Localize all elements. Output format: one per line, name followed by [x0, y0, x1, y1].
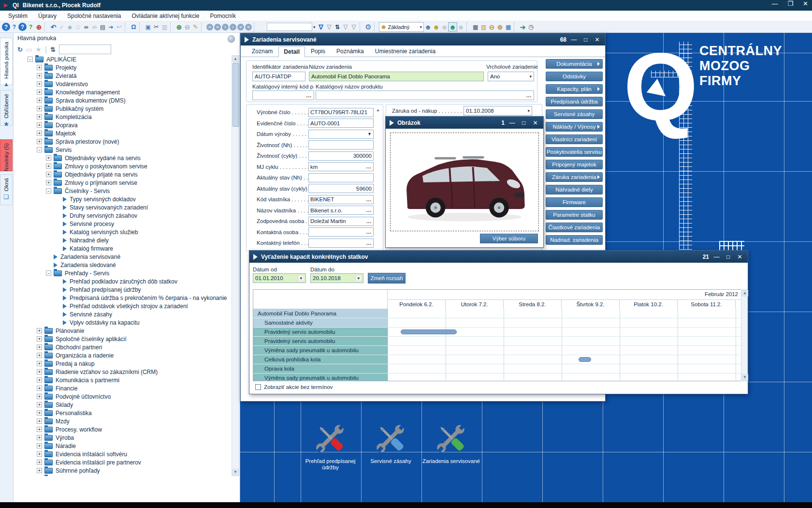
quick-filter-combo[interactable]: [259, 23, 317, 31]
tree-item[interactable]: Projekty: [14, 63, 230, 72]
gantt-row[interactable]: Samostatné aktivity: [253, 318, 741, 328]
tree-item[interactable]: Doprava: [14, 121, 230, 129]
tree-expander[interactable]: [37, 410, 42, 416]
notifications-bell-icon[interactable]: Ω: [130, 23, 138, 31]
field-input[interactable]: Doležal Martin ... ▼: [308, 217, 374, 226]
desktop-shortcut[interactable]: Servisné zásahy: [361, 422, 420, 464]
tree-item[interactable]: Prehľad podkladov záručných dôb statkov: [14, 277, 230, 285]
tree-item[interactable]: Súhrnné pohľady: [14, 466, 230, 475]
filter-icon[interactable]: ∇: [317, 23, 325, 31]
search-binoculars-icon[interactable]: ∞: [82, 23, 90, 31]
copy-icon[interactable]: ▣: [144, 23, 152, 31]
app-close-icon[interactable]: ✕: [803, 0, 808, 7]
scrollbar-thumb[interactable]: [232, 63, 239, 127]
paste-icon[interactable]: ▥: [160, 23, 169, 31]
scroll-up-icon[interactable]: ▲: [232, 56, 239, 62]
field-input[interactable]: 300000 ... ▼: [308, 151, 374, 161]
maximize-icon[interactable]: □: [520, 120, 528, 126]
side-button[interactable]: Servisné zásahy: [546, 109, 603, 119]
side-button[interactable]: Odstávky: [546, 72, 603, 81]
tree-expander[interactable]: [37, 90, 42, 95]
checkbox[interactable]: [255, 384, 261, 390]
add-record-icon[interactable]: ⊕: [175, 23, 183, 31]
tree-expander[interactable]: [37, 106, 42, 111]
tree-expander[interactable]: [46, 270, 51, 276]
support-lifebuoy-icon[interactable]: ⊕: [35, 23, 43, 31]
lookup-dots-icon[interactable]: ...: [306, 93, 312, 98]
warranty-date-select[interactable]: 01.10.2008: [464, 106, 532, 116]
tree-item[interactable]: Evidencia inštalácií softvéru: [14, 450, 230, 458]
context-help-icon[interactable]: ?: [10, 23, 18, 31]
replace-icon[interactable]: ab: [90, 23, 99, 31]
diamond-icon[interactable]: ◆: [66, 23, 74, 31]
tree-item[interactable]: Vodárenstvo: [14, 80, 230, 88]
field-input[interactable]: ... ▼: [308, 130, 374, 139]
tree-item[interactable]: Predpísaná údržba s prekročením % čerpan…: [14, 294, 230, 302]
fields-scroll-up-icon[interactable]: ▲: [376, 108, 380, 112]
tree-expander[interactable]: [37, 435, 42, 440]
scroll-up-icon[interactable]: ▲: [741, 290, 748, 297]
tree-item[interactable]: Manažérske prehľady (SF): [14, 475, 230, 476]
tree-item[interactable]: Servis: [14, 146, 230, 154]
gantt-row[interactable]: Výměna sady pneumatik u automobilu: [253, 374, 741, 381]
field-input[interactable]: AUTO-0001 ... ▼: [308, 119, 374, 128]
tree-expander[interactable]: [37, 65, 42, 70]
tree-expander[interactable]: [46, 188, 51, 194]
tree-item[interactable]: Organizácia a riadenie: [14, 351, 230, 359]
tree-item[interactable]: Zmluvy o poskytovanom servise: [14, 162, 230, 170]
app-minimize-icon[interactable]: —: [771, 0, 778, 7]
sort-az-icon[interactable]: ⇅: [334, 23, 342, 31]
gantt-row[interactable]: Pravidelný servis automobilu: [253, 328, 741, 337]
date-to-select[interactable]: 20.10.2018: [310, 273, 363, 283]
tree-expander[interactable]: [37, 402, 42, 407]
tree-expander[interactable]: [37, 353, 42, 358]
window-titlebar[interactable]: Vyťaženie kapacít konkrétnych statkov 21…: [249, 251, 748, 263]
tree-expander[interactable]: [37, 131, 42, 136]
tree-item[interactable]: Sklady: [14, 401, 230, 409]
tree-item[interactable]: Evidencia inštalácií pre partnerov: [14, 458, 230, 466]
device-name-field[interactable]: Automobil Fiat Doblo Panorama: [309, 72, 484, 81]
tree-expander[interactable]: [37, 451, 42, 457]
scroll-down-icon[interactable]: ▼: [232, 469, 239, 476]
tree-expander[interactable]: [37, 418, 42, 424]
scroll-down-icon[interactable]: ▼: [741, 374, 748, 381]
tree-item[interactable]: Náradie: [14, 442, 230, 450]
tree-expander[interactable]: [37, 81, 42, 87]
field-input[interactable]: ... ▼: [308, 173, 374, 182]
tree-expander[interactable]: [37, 122, 42, 128]
panel-pin-icon[interactable]: [228, 35, 235, 43]
menu-item[interactable]: Spoločné nastavenia: [62, 13, 126, 19]
panel-view-icon[interactable]: ▭: [26, 46, 32, 53]
tree-item[interactable]: Spoločné číselníky aplikácií: [14, 335, 230, 343]
tree-item[interactable]: Správa dokumentov (DMS): [14, 96, 230, 105]
tree-item[interactable]: Správa priestorov (nové): [14, 137, 230, 146]
field-input[interactable]: BIKENET ... ▼: [308, 195, 374, 204]
edit-record-icon[interactable]: ✎: [191, 23, 200, 31]
side-button[interactable]: Záruka zariadenia: [546, 172, 603, 182]
side-button[interactable]: Parametre statku: [546, 210, 603, 220]
window-icon[interactable]: □: [74, 23, 82, 31]
tree-item[interactable]: Výroba: [14, 433, 230, 442]
tree-expander[interactable]: [46, 180, 51, 185]
gantt-row[interactable]: Automobil Fiat Doblo Panorama: [253, 309, 741, 318]
help-icon[interactable]: ?: [2, 23, 10, 31]
tree-item[interactable]: Stavy servisovaných zariadení: [14, 203, 230, 211]
tree-item[interactable]: Objednávky prijaté na servis: [14, 170, 230, 179]
minimize-icon[interactable]: —: [712, 254, 721, 260]
prev-page-icon[interactable]: «: [214, 24, 221, 30]
close-icon[interactable]: ✕: [593, 36, 601, 43]
faq-help-icon[interactable]: ?: [18, 23, 27, 31]
user-edit-icon[interactable]: ☻: [432, 23, 440, 31]
grid-view-icon[interactable]: ▦: [504, 23, 512, 31]
tree-item[interactable]: Knowledge management: [14, 88, 230, 96]
lookup-dots-icon[interactable]: ...: [366, 240, 372, 246]
tree-expander[interactable]: [37, 114, 42, 120]
tree-item[interactable]: Zvieratá: [14, 72, 230, 80]
window-titlebar[interactable]: Zariadenia servisované 68 — □ ✕: [241, 33, 605, 45]
tree-item[interactable]: Prehľad odstávok všetkých strojov a zari…: [14, 302, 230, 310]
gantt-row[interactable]: Oprava kola: [253, 364, 741, 374]
tree-expander[interactable]: [37, 427, 42, 432]
tree-item[interactable]: Zariadenia servisované: [14, 253, 230, 261]
tree-item[interactable]: Obchodní partneri: [14, 343, 230, 351]
menu-item[interactable]: Úpravy: [33, 13, 62, 19]
